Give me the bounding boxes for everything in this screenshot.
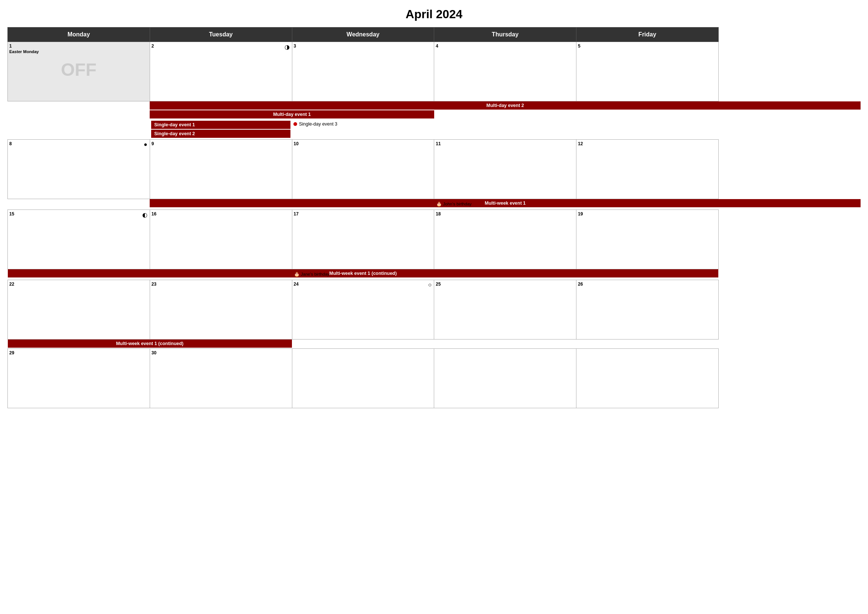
day-number: 22 bbox=[9, 282, 148, 287]
cell-1-4[interactable]: 12 bbox=[577, 140, 719, 199]
day-number: 17 bbox=[294, 211, 433, 217]
cell-0-3[interactable]: 4 bbox=[434, 42, 577, 101]
week-row-1: 8●9101112 bbox=[8, 140, 861, 199]
cell-1-2[interactable]: 10 bbox=[292, 140, 434, 199]
cell-1-0[interactable]: 8● bbox=[8, 140, 150, 199]
spanning-event-label: Multi-day event 2 bbox=[150, 101, 860, 110]
cell-2-2[interactable]: 17 bbox=[292, 210, 434, 269]
spanning-event-cell-1-0[interactable]: Multi-week event 1 bbox=[150, 199, 860, 208]
spanning-event-cell-0-0[interactable]: Multi-day event 2 bbox=[150, 101, 860, 111]
day-number: 18 bbox=[436, 211, 575, 217]
birthday-event[interactable]: 🎂John's birthday bbox=[436, 201, 472, 206]
col-header-tuesday: Tuesday bbox=[150, 28, 292, 42]
day-number: 12 bbox=[578, 141, 717, 146]
birthday-label: Jane's birthday bbox=[301, 272, 329, 276]
cell-4-1[interactable]: 30 bbox=[150, 349, 292, 408]
cell-2-0[interactable]: 15◐ bbox=[8, 210, 150, 269]
calendar-table: Monday Tuesday Wednesday Thursday Friday… bbox=[8, 27, 860, 408]
day-number: 26 bbox=[578, 282, 717, 287]
cell-3-3[interactable]: 25 bbox=[434, 280, 577, 340]
cell-4-4[interactable] bbox=[577, 349, 719, 408]
cell-4-3[interactable] bbox=[434, 349, 577, 408]
day-number: 16 bbox=[152, 211, 290, 217]
spanning-event-label: Multi-day event 1 bbox=[150, 110, 434, 118]
week-row-3: 222324○2526 bbox=[8, 280, 861, 340]
cell-2-3[interactable]: 18 bbox=[434, 210, 577, 269]
day-number: 29 bbox=[9, 350, 148, 355]
day-number: 11 bbox=[436, 141, 575, 146]
spanning-event-label: Multi-week event 1 bbox=[150, 199, 860, 207]
col-header-thursday: Thursday bbox=[434, 28, 577, 42]
birthday-label: John's birthday bbox=[443, 202, 472, 206]
cell-3-1[interactable]: 23 bbox=[150, 280, 292, 340]
moon-new-icon: ○ bbox=[428, 282, 432, 288]
col-header-friday: Friday bbox=[577, 28, 719, 42]
spanning-event-row-3-0: Multi-week event 1 (continued) bbox=[8, 340, 861, 349]
cell-events-row-0: Single-day event 1Single-day event 2Sing… bbox=[8, 119, 861, 140]
single-day-event[interactable]: Single-day event 1 bbox=[151, 121, 290, 129]
header-row: Monday Tuesday Wednesday Thursday Friday bbox=[8, 28, 861, 42]
cell-1-3[interactable]: 11 bbox=[434, 140, 577, 199]
day-number: 1 bbox=[9, 43, 148, 49]
birthday-event[interactable]: 🎂Jane's birthday bbox=[294, 271, 329, 277]
cell-3-2[interactable]: 24○ bbox=[292, 280, 434, 340]
dot-event-label: Single-day event 3 bbox=[299, 121, 337, 127]
day-number: 25 bbox=[436, 282, 575, 287]
day-number: 3 bbox=[294, 43, 433, 49]
day-number: 4 bbox=[436, 43, 575, 49]
week-row-0: 1Easter MondayOFF2◑345 bbox=[8, 42, 861, 101]
birthday-icon: 🎂 bbox=[294, 271, 299, 277]
col-header-monday: Monday bbox=[8, 28, 150, 42]
cell-4-2[interactable] bbox=[292, 349, 434, 408]
spanning-event-row-1-0: Multi-week event 1 bbox=[8, 199, 861, 208]
day-number: 10 bbox=[294, 141, 433, 146]
spanning-event-cell-3-0[interactable]: Multi-week event 1 (continued) bbox=[8, 340, 292, 349]
off-label: Easter Monday bbox=[9, 50, 148, 54]
day-number: 15 bbox=[9, 211, 148, 217]
cell-3-0[interactable]: 22 bbox=[8, 280, 150, 340]
cell-0-2[interactable]: 3 bbox=[292, 42, 434, 101]
day-number: 5 bbox=[578, 43, 717, 49]
week-row-2: 15◐16171819 bbox=[8, 210, 861, 269]
spanning-event-label: Multi-week event 1 (continued) bbox=[8, 269, 719, 278]
spanning-event-cell-0-1[interactable]: Multi-day event 1 bbox=[150, 110, 434, 119]
day-number: 23 bbox=[152, 282, 290, 287]
cell-0-4[interactable]: 5 bbox=[577, 42, 719, 101]
birthday-icon: 🎂 bbox=[436, 201, 442, 206]
day-number: 30 bbox=[152, 350, 290, 355]
dot-event[interactable]: Single-day event 3 bbox=[293, 121, 433, 127]
cell-2-4[interactable]: 19 bbox=[577, 210, 719, 269]
day-number: 19 bbox=[578, 211, 717, 217]
single-day-event[interactable]: Single-day event 2 bbox=[151, 130, 290, 138]
week-row-4: 2930 bbox=[8, 349, 861, 408]
moon-half-left-icon: ◐ bbox=[142, 211, 147, 219]
spanning-event-row-2-0: Multi-week event 1 (continued) bbox=[8, 269, 861, 279]
day-number: 2 bbox=[152, 43, 290, 49]
cell-1-1[interactable]: 9 bbox=[150, 140, 292, 199]
day-number: 24 bbox=[294, 282, 433, 287]
col-header-wednesday: Wednesday bbox=[292, 28, 434, 42]
dot-icon bbox=[293, 122, 297, 126]
moon-full-icon: ● bbox=[144, 141, 147, 148]
day-number: 8 bbox=[9, 141, 148, 146]
spanning-event-row-0-0: Multi-day event 2 bbox=[8, 101, 861, 111]
moon-half-right-icon: ◑ bbox=[285, 43, 290, 51]
spanning-event-cell-2-0[interactable]: Multi-week event 1 (continued) bbox=[8, 269, 719, 279]
cell-3-4[interactable]: 26 bbox=[577, 280, 719, 340]
off-text: OFF bbox=[9, 59, 148, 80]
day-number: 9 bbox=[152, 141, 290, 146]
spanning-event-row-0-1: Multi-day event 1 bbox=[8, 110, 861, 119]
cell-0-0[interactable]: 1Easter MondayOFF bbox=[8, 42, 150, 101]
cell-0-1[interactable]: 2◑ bbox=[150, 42, 292, 101]
cell-2-1[interactable]: 16 bbox=[150, 210, 292, 269]
calendar-title: April 2024 bbox=[8, 8, 860, 21]
cell-4-0[interactable]: 29 bbox=[8, 349, 150, 408]
spanning-event-label: Multi-week event 1 (continued) bbox=[8, 340, 292, 348]
